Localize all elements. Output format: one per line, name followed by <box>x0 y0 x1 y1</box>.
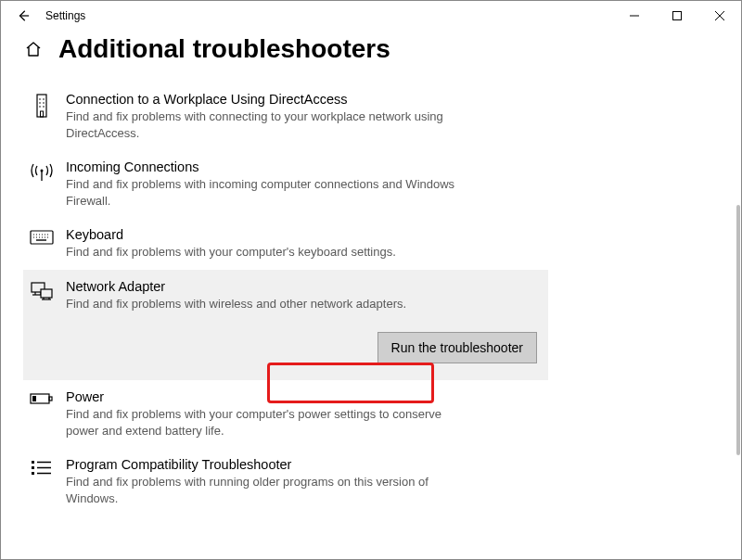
svg-point-9 <box>39 106 41 108</box>
battery-icon <box>29 389 55 439</box>
building-icon <box>29 92 55 141</box>
svg-rect-41 <box>32 466 34 469</box>
minimize-button[interactable] <box>613 1 656 31</box>
svg-point-8 <box>43 102 45 104</box>
close-button[interactable] <box>698 1 741 31</box>
troubleshooter-desc: Find and fix problems with wireless and … <box>66 296 455 312</box>
troubleshooter-title: Incoming Connections <box>66 159 537 174</box>
troubleshooter-directaccess[interactable]: Connection to a Workplace Using DirectAc… <box>23 83 548 150</box>
troubleshooter-title: Power <box>66 389 537 404</box>
svg-rect-37 <box>49 397 52 401</box>
troubleshooter-desc: Find and fix problems with your computer… <box>66 244 455 261</box>
window-title: Settings <box>38 9 85 22</box>
troubleshooter-desc: Find and fix problems with incoming comp… <box>66 176 455 209</box>
troubleshooter-keyboard[interactable]: Keyboard Find and fix problems with your… <box>23 218 548 270</box>
svg-rect-38 <box>32 396 36 401</box>
keyboard-icon <box>29 227 55 261</box>
svg-rect-32 <box>41 289 52 298</box>
svg-point-7 <box>39 102 41 104</box>
svg-point-6 <box>43 98 45 100</box>
troubleshooter-desc: Find and fix problems with running older… <box>66 474 455 506</box>
svg-rect-4 <box>37 95 46 117</box>
troubleshooter-desc: Find and fix problems with your computer… <box>66 406 455 439</box>
list-icon <box>29 457 55 506</box>
troubleshooter-title: Program Compatibility Troubleshooter <box>66 457 537 472</box>
troubleshooter-network-adapter[interactable]: Network Adapter Find and fix problems wi… <box>23 270 548 381</box>
page-title: Additional troubleshooters <box>58 34 390 64</box>
svg-rect-39 <box>32 461 34 464</box>
svg-rect-1 <box>673 12 682 20</box>
svg-rect-43 <box>32 472 34 475</box>
troubleshooter-program-compat[interactable]: Program Compatibility Troubleshooter Fin… <box>23 448 548 515</box>
home-icon[interactable] <box>23 39 44 59</box>
scrollbar[interactable] <box>736 205 740 455</box>
network-adapter-icon <box>29 279 55 364</box>
maximize-button[interactable] <box>656 1 698 31</box>
troubleshooter-title: Network Adapter <box>66 279 537 294</box>
troubleshooter-incoming[interactable]: Incoming Connections Find and fix proble… <box>23 150 548 218</box>
svg-rect-11 <box>41 111 44 117</box>
svg-point-10 <box>43 106 45 108</box>
troubleshooter-title: Connection to a Workplace Using DirectAc… <box>66 92 537 107</box>
antenna-icon <box>29 159 55 209</box>
run-troubleshooter-button[interactable]: Run the troubleshooter <box>377 332 537 363</box>
troubleshooter-desc: Find and fix problems with connecting to… <box>66 108 455 141</box>
svg-point-5 <box>39 98 41 100</box>
troubleshooter-title: Keyboard <box>66 227 537 242</box>
troubleshooter-power[interactable]: Power Find and fix problems with your co… <box>23 380 548 448</box>
back-button[interactable] <box>8 1 38 31</box>
